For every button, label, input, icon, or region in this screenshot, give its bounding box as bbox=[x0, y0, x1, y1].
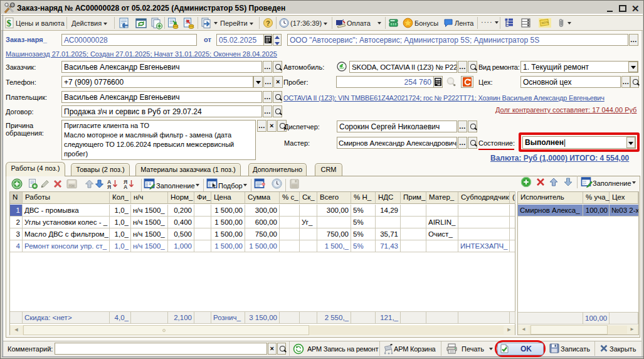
svg-text:?: ? bbox=[266, 19, 270, 27]
svg-text:Я: Я bbox=[107, 184, 111, 190]
svg-text:$: $ bbox=[7, 18, 12, 28]
svg-text:А: А bbox=[124, 184, 127, 190]
svg-text:ГОК: ГОК bbox=[69, 185, 75, 188]
